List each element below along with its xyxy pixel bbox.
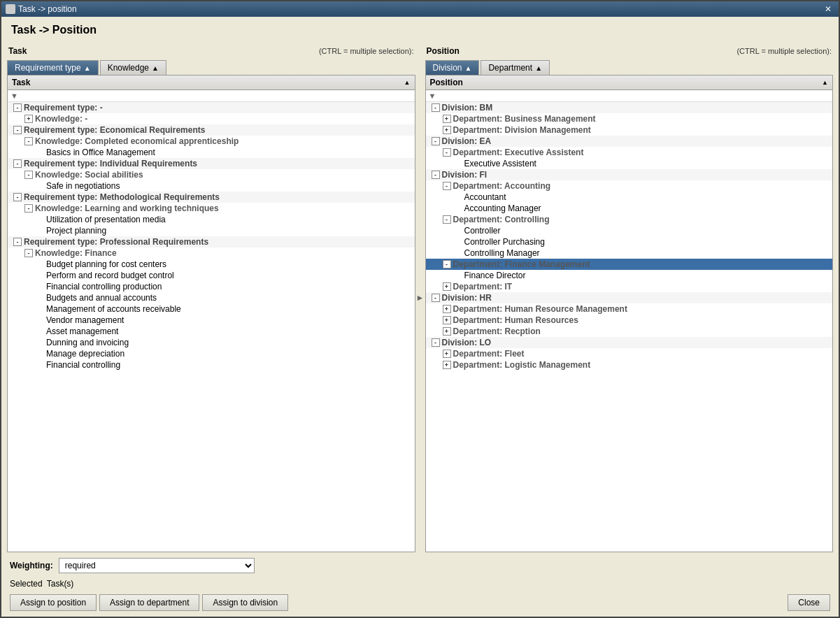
tab-department[interactable]: Department ▲ bbox=[480, 60, 550, 75]
expand-icon-dept-ctrl[interactable]: - bbox=[443, 215, 451, 224]
assign-to-division-button[interactable]: Assign to division bbox=[202, 594, 288, 611]
tree-item-task-perform[interactable]: Perform and record budget control bbox=[8, 270, 415, 281]
tree-item-task-deprec[interactable]: Manage depreciation bbox=[8, 348, 415, 359]
tree-item-dept-divmgmt[interactable]: +Department: Division Management bbox=[426, 124, 833, 136]
tree-item-req-individual[interactable]: -Requirement type: Individual Requiremen… bbox=[8, 158, 415, 169]
tree-item-div-hr[interactable]: -Division: HR bbox=[426, 292, 833, 303]
tab-division[interactable]: Division ▲ bbox=[425, 60, 480, 75]
tree-item-div-fi[interactable]: -Division: FI bbox=[426, 169, 833, 180]
position-column-label: Position bbox=[430, 78, 463, 87]
expand-icon-div-ea[interactable]: - bbox=[432, 137, 440, 145]
position-filter-icon: ▼ bbox=[429, 92, 436, 100]
tree-item-task-dunning[interactable]: Dunning and invoicing bbox=[8, 337, 415, 348]
tree-item-know-social[interactable]: -Knowledge: Social abilities bbox=[8, 169, 415, 180]
expand-icon-req-method[interactable]: - bbox=[13, 193, 22, 201]
expand-icon-know-learn[interactable]: - bbox=[24, 204, 33, 213]
tree-item-pos-ctrl[interactable]: Controller bbox=[426, 225, 833, 236]
tree-item-know-fin[interactable]: -Knowledge: Finance bbox=[8, 247, 415, 259]
expand-icon-div-bm[interactable]: - bbox=[432, 103, 440, 112]
tree-item-dept-recpt[interactable]: +Department: Recption bbox=[426, 326, 833, 337]
expand-icon-div-lo[interactable]: - bbox=[432, 338, 440, 347]
tab-department-arrow: ▲ bbox=[535, 64, 542, 72]
tree-item-pos-acct[interactable]: Accountant bbox=[426, 192, 833, 203]
assign-to-department-button[interactable]: Assign to department bbox=[99, 594, 199, 611]
tree-item-pos-fin-dir[interactable]: Finance Director bbox=[426, 270, 833, 281]
tree-item-div-lo[interactable]: -Division: LO bbox=[426, 337, 833, 348]
tree-item-dept-fleet[interactable]: +Department: Fleet bbox=[426, 348, 833, 359]
expand-icon-req-econ[interactable]: - bbox=[13, 126, 22, 134]
tree-item-task-budgets[interactable]: Budgets and annual accounts bbox=[8, 292, 415, 303]
tree-item-task-finctrl2[interactable]: Financial controlling bbox=[8, 359, 415, 371]
tree-item-task-basics[interactable]: Basics in Office Management bbox=[8, 147, 415, 158]
tree-item-task-asset[interactable]: Asset management bbox=[8, 326, 415, 337]
expand-icon-req-individual[interactable]: - bbox=[13, 159, 22, 168]
close-button[interactable]: Close bbox=[788, 594, 830, 611]
task-ctrl-hint: (CTRL = multiple selection): bbox=[319, 47, 414, 55]
tab-requirement-type[interactable]: Requirement type ▲ bbox=[7, 60, 99, 75]
tree-item-pos-acct-mgr[interactable]: Accounting Manager bbox=[426, 203, 833, 214]
expand-icon-dept-exec[interactable]: - bbox=[443, 148, 451, 157]
item-label-dept-divmgmt: Department: Division Management bbox=[453, 125, 591, 135]
tab-requirement-type-label: Requirement type bbox=[15, 63, 81, 73]
expand-icon-know-econ[interactable]: - bbox=[24, 137, 33, 145]
tree-item-pos-ctrl-purch[interactable]: Controller Purchasing bbox=[426, 236, 833, 247]
tree-item-dept-it[interactable]: +Department: IT bbox=[426, 281, 833, 292]
tree-item-dept-acct[interactable]: -Department: Accounting bbox=[426, 180, 833, 192]
expand-icon-know-fin[interactable]: - bbox=[24, 249, 33, 257]
tree-item-req-method[interactable]: -Requirement type: Methodological Requir… bbox=[8, 192, 415, 203]
item-label-task-mgmt: Management of accounts receivable bbox=[46, 304, 181, 314]
item-label-know-social: Knowledge: Social abilities bbox=[35, 170, 143, 180]
expand-icon-dept-acct[interactable]: - bbox=[443, 182, 451, 190]
tree-item-know-none[interactable]: +Knowledge: - bbox=[8, 113, 415, 124]
position-sort-arrow: ▲ bbox=[822, 79, 828, 86]
tree-item-dept-finmgmt[interactable]: -Department: Finance Management bbox=[426, 259, 833, 270]
tree-item-dept-hr[interactable]: +Department: Human Resources bbox=[426, 315, 833, 326]
divider-arrow: ► bbox=[416, 293, 425, 303]
tree-item-div-ea[interactable]: -Division: EA bbox=[426, 136, 833, 147]
expand-icon-know-social[interactable]: - bbox=[24, 171, 33, 179]
task-column-label: Task bbox=[12, 78, 30, 87]
tree-item-dept-ctrl[interactable]: -Department: Controlling bbox=[426, 214, 833, 225]
item-label-dept-logistic: Department: Logistic Management bbox=[453, 360, 591, 370]
tree-item-req-econ[interactable]: -Requirement type: Economical Requiremen… bbox=[8, 124, 415, 136]
item-label-task-vendor: Vendor management bbox=[46, 315, 124, 325]
tree-item-pos-exec[interactable]: Executive Assistent bbox=[426, 158, 833, 169]
expand-icon-dept-it[interactable]: + bbox=[443, 282, 451, 291]
tree-item-task-mgmt[interactable]: Management of accounts receivable bbox=[8, 303, 415, 315]
titlebar-title: Task -> position bbox=[18, 4, 77, 14]
tree-item-dept-biz[interactable]: +Department: Business Management bbox=[426, 113, 833, 124]
tree-item-task-proj[interactable]: Project planning bbox=[8, 225, 415, 236]
weighting-select[interactable]: required optional recommended bbox=[59, 558, 255, 573]
tree-item-div-bm[interactable]: -Division: BM bbox=[426, 102, 833, 113]
expand-icon-dept-biz[interactable]: + bbox=[443, 115, 451, 123]
tab-knowledge[interactable]: Knowledge ▲ bbox=[100, 60, 166, 75]
tree-item-know-learn[interactable]: -Knowledge: Learning and working techniq… bbox=[8, 203, 415, 214]
expand-icon-dept-recpt[interactable]: + bbox=[443, 327, 451, 336]
close-button[interactable]: ✕ bbox=[822, 4, 834, 14]
tree-item-task-budget[interactable]: Budget planning for cost centers bbox=[8, 259, 415, 270]
expand-icon-dept-hr[interactable]: + bbox=[443, 316, 451, 324]
assign-to-position-button[interactable]: Assign to position bbox=[10, 594, 97, 611]
expand-icon-dept-finmgmt[interactable]: - bbox=[443, 260, 451, 268]
expand-icon-dept-logistic[interactable]: + bbox=[443, 361, 451, 369]
tree-item-pos-ctrl-mgr[interactable]: Controlling Manager bbox=[426, 247, 833, 259]
expand-icon-dept-fleet[interactable]: + bbox=[443, 350, 451, 358]
tree-item-dept-exec[interactable]: -Department: Executive Assistent bbox=[426, 147, 833, 158]
expand-icon-dept-hrm[interactable]: + bbox=[443, 305, 451, 313]
panel-divider[interactable]: ► bbox=[415, 43, 425, 552]
expand-icon-dept-divmgmt[interactable]: + bbox=[443, 126, 451, 134]
expand-icon-req-none[interactable]: - bbox=[13, 103, 22, 112]
tree-item-task-fincontrol[interactable]: Financial controlling production bbox=[8, 281, 415, 292]
expand-icon-req-prof[interactable]: - bbox=[13, 238, 22, 246]
tree-item-dept-logistic[interactable]: +Department: Logistic Management bbox=[426, 359, 833, 371]
tree-item-dept-hrm[interactable]: +Department: Human Resource Management bbox=[426, 303, 833, 315]
tree-item-know-econ[interactable]: -Knowledge: Completed economical apprent… bbox=[8, 136, 415, 147]
expand-icon-div-fi[interactable]: - bbox=[432, 171, 440, 179]
tree-item-task-vendor[interactable]: Vendor management bbox=[8, 315, 415, 326]
tree-item-req-none[interactable]: -Requirement type: - bbox=[8, 102, 415, 113]
tree-item-task-safe[interactable]: Safe in negotiations bbox=[8, 180, 415, 192]
expand-icon-div-hr[interactable]: - bbox=[432, 294, 440, 302]
tree-item-task-util[interactable]: Utilization of presentation media bbox=[8, 214, 415, 225]
expand-icon-know-none[interactable]: + bbox=[24, 115, 33, 123]
tree-item-req-prof[interactable]: -Requirement type: Professional Requirem… bbox=[8, 236, 415, 247]
